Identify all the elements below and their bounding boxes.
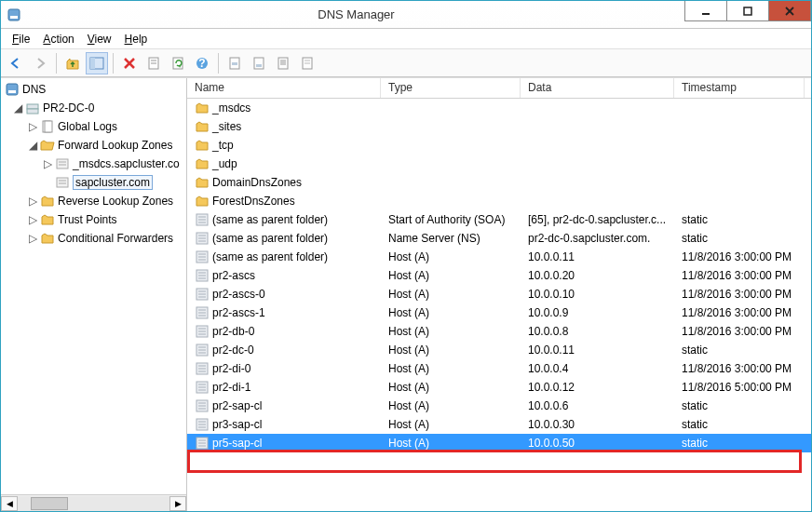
delete-button[interactable]: [118, 52, 141, 74]
record-icon: [195, 417, 210, 432]
list-item[interactable]: pr2-dc-0 Host (A) 10.0.0.11 static: [187, 341, 811, 359]
properties-button[interactable]: [142, 52, 165, 74]
expand-icon[interactable]: ▷: [42, 158, 53, 169]
tree-root-dns[interactable]: DNS: [1, 80, 186, 99]
record-icon: [195, 249, 210, 264]
tree-label: Reverse Lookup Zones: [58, 195, 173, 208]
collapse-icon[interactable]: ◢: [27, 140, 38, 151]
item-timestamp: 11/8/2016 5:00:00 PM: [674, 381, 805, 394]
maximize-button[interactable]: [726, 1, 769, 21]
tree-hscrollbar[interactable]: ◀ ▶: [1, 494, 186, 511]
svg-rect-19: [256, 64, 262, 67]
up-button[interactable]: [61, 52, 84, 74]
list-header: Name Type Data Timestamp: [187, 78, 811, 99]
col-data[interactable]: Data: [521, 78, 674, 98]
list-item[interactable]: pr2-sap-cl Host (A) 10.0.0.6 static: [187, 397, 811, 415]
item-name: pr2-di-0: [212, 362, 250, 375]
item-name: _udp: [212, 157, 237, 170]
col-name[interactable]: Name: [187, 78, 381, 98]
scroll-left-icon[interactable]: ◀: [1, 496, 18, 511]
forward-button[interactable]: [29, 52, 51, 74]
record-icon: [195, 287, 210, 302]
help-button[interactable]: ?: [191, 52, 213, 74]
extra-button[interactable]: [296, 52, 318, 74]
folder-icon: [40, 231, 55, 246]
scroll-right-icon[interactable]: ▶: [169, 496, 186, 511]
list-item[interactable]: pr5-sap-cl Host (A) 10.0.0.50 static: [187, 434, 811, 452]
svg-rect-0: [8, 9, 20, 20]
list-body[interactable]: _msdcs _sites _tcp _udp DomainDnsZones F…: [187, 99, 811, 511]
list-item[interactable]: pr2-ascs-1 Host (A) 10.0.0.9 11/8/2016 3…: [187, 303, 811, 322]
col-timestamp[interactable]: Timestamp: [674, 78, 805, 98]
expand-icon[interactable]: ▷: [27, 195, 38, 207]
new-record-button-2[interactable]: [248, 52, 270, 74]
item-type: Host (A): [381, 306, 521, 319]
list-item[interactable]: pr2-ascs Host (A) 10.0.0.20 11/8/2016 3:…: [187, 266, 811, 285]
list-item[interactable]: pr3-sap-cl Host (A) 10.0.0.30 static: [187, 415, 811, 434]
item-name: ForestDnsZones: [212, 195, 295, 208]
menu-file[interactable]: File: [7, 31, 35, 47]
tree-sapcluster-zone[interactable]: ▷ sapcluster.com: [1, 173, 186, 192]
item-type: Host (A): [381, 362, 521, 375]
menu-action[interactable]: Action: [37, 31, 79, 47]
list-item[interactable]: _tcp: [187, 136, 811, 155]
scroll-thumb[interactable]: [31, 497, 68, 510]
svg-rect-20: [278, 58, 288, 69]
item-name: pr2-ascs: [212, 269, 255, 282]
tree[interactable]: DNS ◢ PR2-DC-0 ▷ Global Logs ◢ Forward L…: [1, 78, 186, 494]
minimize-button[interactable]: [684, 1, 727, 21]
item-type: Host (A): [381, 269, 521, 282]
scroll-track[interactable]: [18, 496, 169, 511]
show-hide-tree-button[interactable]: [86, 52, 108, 74]
expand-icon[interactable]: ▷: [27, 233, 38, 244]
tree-trust-points[interactable]: ▷ Trust Points: [1, 210, 186, 229]
item-data: [65], pr2-dc-0.sapcluster.c...: [521, 213, 674, 226]
list-item[interactable]: _udp: [187, 155, 811, 173]
list-item[interactable]: pr2-ascs-0 Host (A) 10.0.0.10 11/8/2016 …: [187, 285, 811, 303]
item-type: Host (A): [381, 288, 521, 301]
list-item[interactable]: (same as parent folder) Name Server (NS)…: [187, 229, 811, 248]
menu-view[interactable]: View: [82, 31, 117, 47]
back-button[interactable]: [5, 52, 27, 74]
list-item[interactable]: ForestDnsZones: [187, 192, 811, 210]
list-item[interactable]: DomainDnsZones: [187, 173, 811, 192]
item-type: Host (A): [381, 437, 521, 450]
record-icon: [195, 324, 210, 339]
folder-icon: [195, 175, 210, 190]
folder-icon: [195, 194, 210, 209]
list-item[interactable]: pr2-db-0 Host (A) 10.0.0.8 11/8/2016 3:0…: [187, 322, 811, 341]
tree-server[interactable]: ◢ PR2-DC-0: [1, 99, 186, 117]
list-item[interactable]: _sites: [187, 117, 811, 136]
item-type: Host (A): [381, 418, 521, 431]
record-icon: [195, 231, 210, 246]
menu-help[interactable]: Help: [119, 31, 154, 47]
tree-flz[interactable]: ◢ Forward Lookup Zones: [1, 136, 186, 155]
close-button[interactable]: [768, 1, 811, 21]
tree-label: Trust Points: [58, 213, 117, 226]
list-item[interactable]: _msdcs: [187, 99, 811, 117]
list-item[interactable]: pr2-di-1 Host (A) 10.0.0.12 11/8/2016 5:…: [187, 378, 811, 397]
svg-rect-30: [27, 109, 38, 114]
item-name: (same as parent folder): [212, 213, 328, 226]
tree-msdcs-zone[interactable]: ▷ _msdcs.sapcluster.co: [1, 155, 186, 173]
svg-rect-18: [254, 58, 264, 69]
filter-button[interactable]: [272, 52, 294, 74]
expand-icon[interactable]: ▷: [27, 214, 38, 225]
tree-cond-fwd[interactable]: ▷ Conditional Forwarders: [1, 229, 186, 248]
expand-icon[interactable]: ▷: [27, 121, 38, 132]
server-icon: [25, 101, 40, 115]
list-item[interactable]: (same as parent folder) Host (A) 10.0.0.…: [187, 248, 811, 266]
item-name: pr2-db-0: [212, 325, 254, 338]
refresh-button[interactable]: [167, 52, 189, 74]
list-item[interactable]: (same as parent folder) Start of Authori…: [187, 210, 811, 229]
tree-rlz[interactable]: ▷ Reverse Lookup Zones: [1, 192, 186, 210]
window-title: DNS Manager: [27, 7, 685, 21]
list-item[interactable]: pr2-di-0 Host (A) 10.0.0.4 11/8/2016 3:0…: [187, 359, 811, 378]
tree-global-logs[interactable]: ▷ Global Logs: [1, 117, 186, 136]
record-icon: [195, 361, 210, 376]
col-type[interactable]: Type: [381, 78, 521, 98]
menubar: File Action View Help: [1, 29, 811, 49]
new-record-button[interactable]: [223, 52, 246, 74]
record-icon: [195, 212, 210, 227]
collapse-icon[interactable]: ◢: [12, 102, 23, 114]
